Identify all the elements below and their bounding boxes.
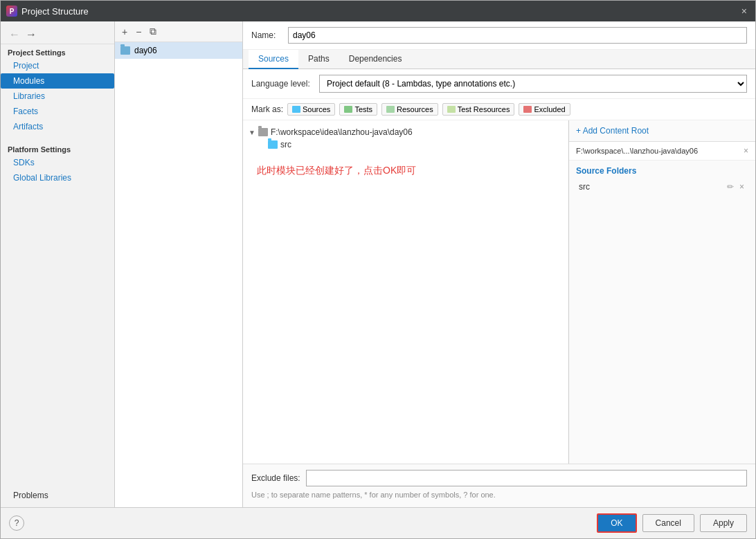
add-module-button[interactable]: + bbox=[119, 25, 130, 39]
lang-select[interactable]: Project default (8 - Lambdas, type annot… bbox=[319, 75, 747, 93]
tabs-bar: Sources Paths Dependencies bbox=[243, 50, 755, 69]
split-content: ▼ F:\workspace\idea\lanzhou-java\day06 s… bbox=[243, 120, 755, 464]
source-folders-title: Source Folders bbox=[576, 166, 748, 176]
source-folder-item: src ✏ × bbox=[576, 180, 748, 194]
dialog-footer: ? OK Cancel Apply bbox=[1, 507, 755, 538]
tree-root-row[interactable]: ▼ F:\workspace\idea\lanzhou-java\day06 bbox=[249, 126, 563, 138]
source-folders-section: Source Folders src ✏ × bbox=[569, 161, 755, 199]
module-item[interactable]: day06 bbox=[115, 42, 242, 59]
footer-left: ? bbox=[9, 515, 24, 531]
tab-dependencies[interactable]: Dependencies bbox=[339, 50, 412, 69]
remove-content-root-button[interactable]: × bbox=[744, 146, 748, 156]
exclude-input[interactable] bbox=[306, 470, 747, 486]
footer-right: OK Cancel Apply bbox=[597, 513, 747, 533]
name-row: Name: bbox=[243, 21, 755, 50]
bottom-section: Exclude files: Use ; to separate name pa… bbox=[243, 464, 755, 507]
sidebar-item-project[interactable]: Project bbox=[1, 58, 114, 73]
root-folder-icon bbox=[258, 128, 268, 136]
remove-source-folder-button[interactable]: × bbox=[738, 181, 746, 192]
src-folder-icon bbox=[268, 140, 278, 149]
sidebar: ← → Project Settings Project Modules Lib… bbox=[1, 21, 115, 507]
platform-settings-title: Platform Settings bbox=[1, 141, 114, 155]
window-title: Project Structure bbox=[21, 6, 89, 17]
cancel-button[interactable]: Cancel bbox=[642, 514, 694, 532]
title-bar-left: P Project Structure bbox=[6, 6, 89, 17]
sidebar-item-libraries[interactable]: Libraries bbox=[1, 89, 114, 104]
mark-as-label: Mark as: bbox=[251, 104, 283, 114]
src-name-text: src bbox=[280, 140, 291, 149]
module-toolbar: + − ⧉ bbox=[115, 21, 242, 42]
tree-src-row[interactable]: src bbox=[268, 138, 563, 151]
sidebar-item-sdks[interactable]: SDKs bbox=[1, 155, 114, 170]
back-button[interactable]: ← bbox=[8, 28, 21, 41]
remove-module-button[interactable]: − bbox=[133, 25, 144, 39]
mark-row: Mark as: Sources Tests Resources Test Re… bbox=[243, 99, 755, 120]
add-content-root-label: + Add Content Root bbox=[576, 126, 649, 136]
sidebar-item-modules[interactable]: Modules bbox=[1, 73, 114, 89]
content-root-path-row: F:\workspace\...\lanzhou-java\day06 × bbox=[569, 142, 755, 161]
content-root-path-text: F:\workspace\...\lanzhou-java\day06 bbox=[576, 147, 698, 155]
source-folder-name: src bbox=[579, 182, 590, 192]
sidebar-item-facets[interactable]: Facets bbox=[1, 104, 114, 119]
mark-resources-button[interactable]: Resources bbox=[381, 103, 438, 116]
tab-paths[interactable]: Paths bbox=[298, 50, 339, 69]
source-folder-actions: ✏ × bbox=[726, 181, 746, 192]
title-bar: P Project Structure × bbox=[1, 1, 755, 21]
tests-icon bbox=[344, 106, 352, 113]
mark-excluded-button[interactable]: Excluded bbox=[519, 103, 570, 116]
right-panel: + Add Content Root F:\workspace\...\lanz… bbox=[568, 120, 755, 464]
resources-icon bbox=[386, 106, 395, 113]
edit-source-folder-button[interactable]: ✏ bbox=[726, 181, 735, 192]
content-area: Name: Sources Paths Dependencies Languag… bbox=[243, 21, 755, 507]
module-name: day06 bbox=[134, 46, 157, 55]
lang-label: Language level: bbox=[251, 79, 314, 89]
sidebar-item-artifacts[interactable]: Artifacts bbox=[1, 119, 114, 134]
module-list: day06 bbox=[115, 42, 242, 507]
forward-button[interactable]: → bbox=[24, 28, 38, 41]
ok-button[interactable]: OK bbox=[597, 513, 636, 533]
module-panel: + − ⧉ day06 bbox=[115, 21, 243, 507]
nav-arrows: ← → bbox=[1, 26, 114, 44]
exclude-label: Exclude files: bbox=[251, 473, 300, 483]
tab-sources[interactable]: Sources bbox=[249, 50, 298, 69]
test-resources-icon bbox=[447, 106, 456, 113]
close-button[interactable]: × bbox=[739, 4, 750, 18]
module-folder-icon bbox=[120, 46, 130, 55]
root-path-text: F:\workspace\idea\lanzhou-java\day06 bbox=[271, 127, 413, 137]
excluded-icon bbox=[523, 106, 532, 113]
sidebar-item-global-libraries[interactable]: Global Libraries bbox=[1, 170, 114, 185]
apply-button[interactable]: Apply bbox=[700, 514, 747, 532]
sidebar-item-problems[interactable]: Problems bbox=[1, 488, 114, 503]
annotation-text: 此时模块已经创建好了，点击OK即可 bbox=[257, 165, 555, 177]
mark-sources-button[interactable]: Sources bbox=[287, 103, 335, 116]
name-label: Name: bbox=[251, 30, 282, 40]
help-button[interactable]: ? bbox=[9, 515, 24, 531]
main-content: ← → Project Settings Project Modules Lib… bbox=[1, 21, 755, 507]
hint-text: Use ; to separate name patterns, * for a… bbox=[251, 491, 747, 502]
copy-module-button[interactable]: ⧉ bbox=[147, 24, 159, 39]
tree-chevron-icon[interactable]: ▼ bbox=[249, 129, 255, 136]
add-content-root-button[interactable]: + Add Content Root bbox=[569, 120, 755, 142]
tree-children: src bbox=[268, 138, 563, 151]
mark-tests-button[interactable]: Tests bbox=[339, 103, 377, 116]
mark-test-resources-button[interactable]: Test Resources bbox=[442, 103, 515, 116]
lang-row: Language level: Project default (8 - Lam… bbox=[243, 69, 755, 99]
sources-icon bbox=[292, 106, 300, 113]
project-structure-dialog: P Project Structure × ← → Project Settin… bbox=[0, 0, 756, 539]
exclude-row: Exclude files: bbox=[251, 470, 747, 486]
tree-area: ▼ F:\workspace\idea\lanzhou-java\day06 s… bbox=[243, 120, 568, 464]
project-settings-title: Project Settings bbox=[1, 44, 114, 58]
name-input[interactable] bbox=[288, 27, 747, 44]
app-icon: P bbox=[6, 6, 17, 17]
